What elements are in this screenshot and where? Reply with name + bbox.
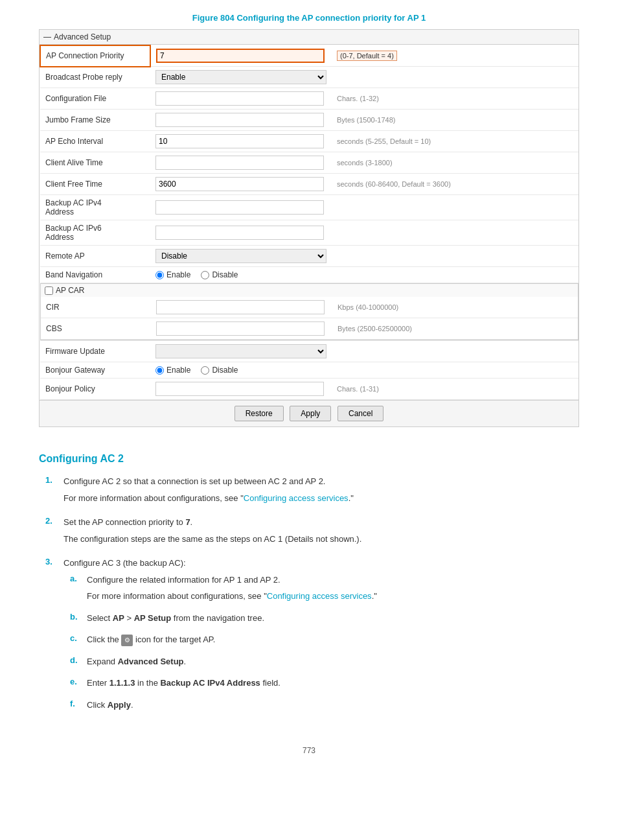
cbs-input[interactable] bbox=[156, 321, 325, 336]
field-hint-broadcast bbox=[332, 67, 578, 88]
bonjour-policy-input[interactable] bbox=[155, 382, 324, 396]
client-free-input[interactable] bbox=[155, 177, 324, 191]
config-file-input[interactable] bbox=[155, 91, 324, 106]
sub-step-3d-content: Expand Advanced Setup. bbox=[87, 655, 579, 672]
buttons-row: Restore Apply Cancel bbox=[40, 400, 578, 426]
field-value-broadcast[interactable]: Enable Disable bbox=[150, 67, 332, 88]
band-nav-enable-label[interactable]: Enable bbox=[155, 270, 190, 279]
field-value-alive[interactable] bbox=[150, 152, 332, 174]
field-hint-backup-ipv6 bbox=[332, 220, 578, 246]
table-row: Client Free Time seconds (60-86400, Defa… bbox=[40, 174, 578, 195]
bonjour-gw-disable-radio[interactable] bbox=[201, 366, 209, 375]
apply-button[interactable]: Apply bbox=[290, 406, 331, 421]
bonjour-gw-enable-radio[interactable] bbox=[155, 366, 164, 375]
cbs-hint: Bytes (2500-62500000) bbox=[332, 318, 578, 340]
field-value-jumbo[interactable] bbox=[150, 110, 332, 131]
band-nav-disable-label[interactable]: Disable bbox=[201, 270, 238, 279]
table-row: Client Alive Time seconds (3-1800) bbox=[40, 152, 578, 174]
field-value-band-nav: Enable Disable bbox=[150, 267, 332, 283]
ap-car-row: AP CAR CIR Kbps (40-1000000) bbox=[40, 283, 578, 341]
field-value-ap-priority[interactable] bbox=[150, 45, 332, 67]
restore-button[interactable]: Restore bbox=[235, 406, 284, 421]
firmware-select[interactable] bbox=[155, 344, 326, 358]
sub-step-3c-text: Click the ⚙ icon for the target AP. bbox=[87, 633, 579, 646]
field-value-echo[interactable] bbox=[150, 131, 332, 152]
bonjour-gw-disable-label[interactable]: Disable bbox=[201, 366, 238, 375]
field-label-config-file: Configuration File bbox=[40, 88, 150, 110]
sub-step-3b: b. Select AP > AP Setup from the navigat… bbox=[70, 612, 579, 629]
step-1-link[interactable]: Configuring access services bbox=[244, 493, 349, 503]
sub-step-3f-content: Click Apply. bbox=[87, 699, 579, 716]
backup-ipv4-input[interactable] bbox=[155, 200, 324, 215]
field-label-jumbo: Jumbo Frame Size bbox=[40, 110, 150, 131]
ap-car-table: CIR Kbps (40-1000000) CBS bbox=[41, 297, 578, 340]
field-label-broadcast: Broadcast Probe reply bbox=[40, 67, 150, 88]
sub-step-3e-content: Enter 1.1.1.3 in the Backup AC IPv4 Addr… bbox=[87, 677, 579, 694]
sub-step-3e-letter: e. bbox=[70, 677, 80, 686]
table-row: Bonjour Policy Chars. (1-31) bbox=[40, 379, 578, 400]
cbs-value[interactable] bbox=[151, 318, 332, 340]
field-value-bonjour-gw: Enable Disable bbox=[150, 362, 332, 379]
broadcast-select[interactable]: Enable Disable bbox=[155, 70, 326, 84]
backup-ipv6-input[interactable] bbox=[155, 226, 324, 240]
sub-step-3a-sub: For more information about configuration… bbox=[87, 590, 579, 603]
table-row: Band Navigation Enable Disable bbox=[40, 267, 578, 283]
sub-step-3a-link[interactable]: Configuring access services bbox=[267, 591, 372, 601]
step-1-content: Configure AC 2 so that a connection is s… bbox=[63, 475, 579, 508]
field-value-bonjour-policy[interactable] bbox=[150, 379, 332, 400]
field-label-alive: Client Alive Time bbox=[40, 152, 150, 174]
bonjour-gw-radio-group: Enable Disable bbox=[155, 366, 326, 375]
field-value-backup-ipv6[interactable] bbox=[150, 220, 332, 246]
field-value-firmware[interactable] bbox=[150, 341, 332, 362]
sub-step-3b-text: Select AP > AP Setup from the navigation… bbox=[87, 612, 579, 625]
sub-step-3f-text: Click Apply. bbox=[87, 699, 579, 712]
band-nav-enable-radio[interactable] bbox=[155, 271, 164, 279]
field-hint-free: seconds (60-86400, Default = 3600) bbox=[332, 174, 578, 195]
cir-label: CIR bbox=[41, 297, 151, 318]
ap-car-checkbox[interactable] bbox=[45, 286, 53, 295]
band-nav-radio-group: Enable Disable bbox=[155, 270, 326, 279]
ap-car-label: AP CAR bbox=[56, 286, 84, 295]
field-value-remote-ap[interactable]: Disable Enable bbox=[150, 246, 332, 267]
field-value-config-file[interactable] bbox=[150, 88, 332, 110]
sub-step-3f: f. Click Apply. bbox=[70, 699, 579, 716]
cbs-label: CBS bbox=[41, 318, 151, 340]
field-hint-band-nav bbox=[332, 267, 578, 283]
cir-hint: Kbps (40-1000000) bbox=[332, 297, 578, 318]
step-3-content: Configure AC 3 (the backup AC): a. Confi… bbox=[63, 557, 579, 720]
cir-input[interactable] bbox=[156, 300, 325, 314]
step-3: 3. Configure AC 3 (the backup AC): a. Co… bbox=[45, 557, 579, 720]
field-hint-alive: seconds (3-1800) bbox=[332, 152, 578, 174]
sub-step-3b-content: Select AP > AP Setup from the navigation… bbox=[87, 612, 579, 629]
bonjour-gw-enable-label[interactable]: Enable bbox=[155, 366, 190, 375]
config-icon: ⚙ bbox=[121, 635, 133, 646]
field-label-free: Client Free Time bbox=[40, 174, 150, 195]
remote-ap-select[interactable]: Disable Enable bbox=[155, 249, 326, 263]
band-nav-disable-radio[interactable] bbox=[201, 271, 209, 279]
page-number: 773 bbox=[39, 746, 579, 755]
echo-interval-input[interactable] bbox=[155, 134, 324, 148]
cancel-button[interactable]: Cancel bbox=[338, 406, 383, 421]
table-row: CBS Bytes (2500-62500000) bbox=[41, 318, 578, 340]
priority-hint: (0-7, Default = 4) bbox=[337, 51, 397, 61]
step-1: 1. Configure AC 2 so that a connection i… bbox=[45, 475, 579, 508]
step-1-main: Configure AC 2 so that a connection is s… bbox=[63, 475, 579, 488]
table-row: Jumbo Frame Size Bytes (1500-1748) bbox=[40, 110, 578, 131]
field-label-echo: AP Echo Interval bbox=[40, 131, 150, 152]
jumbo-input[interactable] bbox=[155, 113, 324, 127]
step-1-number: 1. bbox=[45, 475, 57, 485]
table-row: Backup AC IPv4Address bbox=[40, 195, 578, 220]
field-label-ap-priority: AP Connection Priority bbox=[40, 45, 150, 67]
sub-step-3d-text: Expand Advanced Setup. bbox=[87, 655, 579, 668]
cir-value[interactable] bbox=[151, 297, 332, 318]
field-value-free[interactable] bbox=[150, 174, 332, 195]
client-alive-input[interactable] bbox=[155, 156, 324, 170]
field-hint-remote-ap bbox=[332, 246, 578, 267]
field-value-backup-ipv4[interactable] bbox=[150, 195, 332, 220]
figure-title: Figure 804 Configuring the AP connection… bbox=[39, 13, 579, 23]
ap-car-cell: AP CAR CIR Kbps (40-1000000) bbox=[40, 283, 578, 341]
table-row: Backup AC IPv6Address bbox=[40, 220, 578, 246]
ap-priority-input[interactable] bbox=[156, 49, 325, 63]
config-table: AP Connection Priority (0-7, Default = 4… bbox=[40, 45, 578, 400]
field-hint-echo: seconds (5-255, Default = 10) bbox=[332, 131, 578, 152]
